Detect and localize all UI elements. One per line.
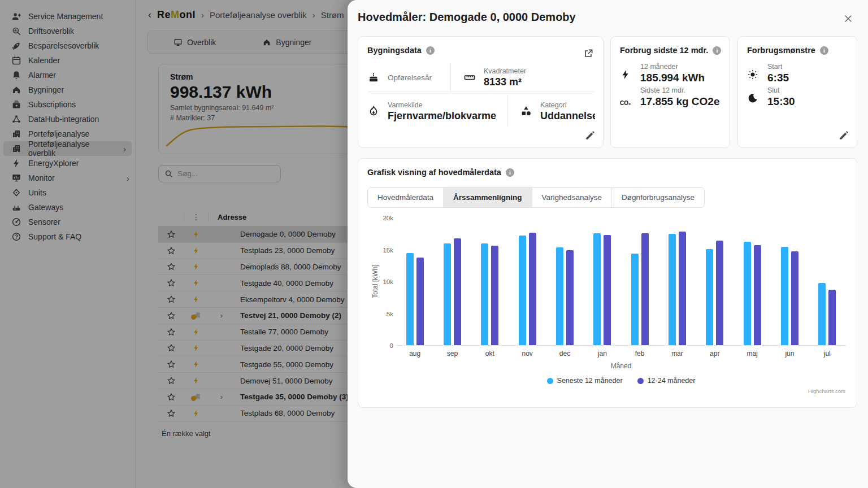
field-label: Opførelsesår (388, 73, 432, 82)
edit-pencil-icon[interactable] (585, 130, 595, 141)
y-tick-20k: 20k (383, 215, 393, 221)
card-title: Forbrugsmønstre i (747, 46, 828, 55)
heat-flame-icon (367, 105, 380, 117)
highcharts-credit[interactable]: Highcharts.com (808, 388, 845, 394)
bar-group-okt (471, 218, 509, 345)
field-value: 8133 m² (484, 76, 526, 88)
open-in-new-icon[interactable] (583, 48, 594, 59)
y-tick-0: 0 (390, 342, 393, 349)
legend-dot-icon (637, 378, 644, 384)
x-tick-nov: nov (509, 350, 546, 358)
bar-mar-series0[interactable] (669, 234, 676, 345)
forbrug-card: Forbrug sidste 12 mdr. i 12 måneder 185.… (610, 36, 730, 148)
category-icon (520, 105, 532, 117)
tab-arssammenligning[interactable]: Årssammenligning (443, 188, 532, 207)
field-value: 185.994 kWh (640, 72, 705, 84)
x-axis-title: Måned (396, 362, 846, 370)
bar-jan-series1[interactable] (604, 235, 611, 345)
x-tick-jan: jan (584, 350, 621, 358)
chart-tabs: Hovedmålerdata Årssammenligning Varighed… (367, 187, 705, 208)
bar-group-jun (771, 218, 808, 345)
bar-mar-series1[interactable] (679, 232, 686, 345)
bar-aug-series1[interactable] (416, 258, 424, 345)
bygningsdata-card: Bygningsdata i Opførelsesår Kvadratmeter… (358, 36, 604, 148)
bar-nov-series0[interactable] (519, 236, 526, 345)
legend-label: 12-24 måneder (648, 377, 696, 385)
x-tick-aug: aug (396, 350, 433, 358)
bar-jul-series0[interactable] (818, 283, 826, 345)
bar-group-jan (584, 218, 621, 345)
bar-jan-series0[interactable] (593, 233, 601, 345)
bar-feb-series0[interactable] (631, 254, 639, 345)
info-icon[interactable]: i (713, 46, 721, 55)
bar-group-mar (658, 218, 696, 345)
app-root: Service Management Driftsoverblik Bespar… (0, 0, 868, 488)
info-icon[interactable]: i (820, 46, 828, 55)
field-kategori: Kategori Uddannelsesinstitution (507, 95, 603, 127)
info-icon[interactable]: i (506, 168, 514, 177)
bar-group-aug (396, 218, 433, 345)
bar-jun-series0[interactable] (781, 247, 788, 345)
x-tick-mar: mar (658, 350, 696, 358)
y-tick-10k: 10k (383, 278, 393, 285)
field-label: Varmekilde (388, 101, 496, 109)
bar-apr-series0[interactable] (706, 249, 713, 345)
sun-icon (747, 69, 760, 82)
tab-hovedmalerdata[interactable]: Hovedmålerdata (368, 188, 443, 207)
bar-okt-series1[interactable] (491, 246, 498, 345)
field-label: Sidste 12 mdr. (640, 86, 719, 94)
field-value: 17.855 kg CO2e (640, 95, 719, 108)
bar-dec-series0[interactable] (556, 247, 563, 345)
bar-okt-series0[interactable] (481, 243, 488, 345)
bar-group-nov (509, 218, 546, 345)
x-tick-jun: jun (771, 350, 808, 358)
bar-apr-series1[interactable] (716, 241, 723, 345)
card-title: Bygningsdata i (367, 46, 435, 55)
cake-icon (367, 71, 380, 84)
bar-feb-series1[interactable] (641, 233, 649, 345)
card-title: Forbrug sidste 12 mdr. i (620, 46, 721, 55)
ruler-icon (463, 71, 476, 84)
chart-card: Grafisk visning af hovedmålerdata i Hove… (358, 158, 857, 408)
x-tick-apr: apr (696, 350, 734, 358)
field-co2: CO₂ Sidste 12 mdr. 17.855 kg CO2e (620, 86, 719, 108)
legend-item[interactable]: Seneste 12 måneder (547, 377, 623, 385)
chart-section-title: Grafisk visning af hovedmålerdata i (367, 168, 514, 177)
co2-icon: CO₂ (620, 100, 632, 106)
moon-icon (747, 93, 760, 106)
bar-jul-series1[interactable] (828, 290, 836, 345)
field-start: Start 6:35 (747, 63, 789, 84)
bar-maj-series0[interactable] (744, 242, 751, 345)
info-icon[interactable]: i (426, 46, 435, 55)
bar-sep-series0[interactable] (444, 243, 451, 345)
y-axis-ticks: 05k10k15k20k (370, 218, 393, 346)
tab-dognforbrugsanalyse[interactable]: Døgnforbrugsanalyse (611, 188, 704, 207)
bar-group-sep (433, 218, 471, 345)
tab-varighedsanalyse[interactable]: Varighedsanalyse (532, 188, 611, 207)
field-varmekilde: Varmekilde Fjernvarme/blokvarme (367, 95, 507, 127)
bolt-icon (620, 69, 632, 82)
hovedmaler-modal: Hovedmåler: Demogade 0, 0000 Demoby Bygn… (348, 0, 868, 488)
bar-dec-series1[interactable] (566, 250, 574, 345)
bar-jun-series1[interactable] (791, 251, 798, 345)
x-tick-sep: sep (433, 350, 471, 358)
bar-aug-series0[interactable] (406, 253, 414, 345)
field-slut: Slut 15:30 (747, 86, 795, 108)
x-axis-ticks: augsepoktnovdecjanfebmaraprmajjunjul (396, 350, 846, 358)
x-tick-jul: jul (809, 350, 846, 358)
bar-maj-series1[interactable] (754, 245, 761, 345)
modal-title: Hovedmåler: Demogade 0, 0000 Demoby (358, 11, 576, 24)
bar-group-jul (809, 218, 846, 345)
bar-nov-series1[interactable] (529, 233, 536, 345)
field-label: Start (767, 63, 789, 71)
y-tick-15k: 15k (383, 247, 393, 254)
bar-group-dec (546, 218, 583, 345)
field-label: Slut (767, 86, 795, 94)
bar-sep-series1[interactable] (454, 238, 461, 345)
close-icon[interactable] (843, 14, 854, 25)
field-value: Uddannelsesinstitution (540, 110, 595, 122)
legend-item[interactable]: 12-24 måneder (637, 377, 696, 385)
edit-pencil-icon[interactable] (839, 130, 849, 141)
field-12-maaneder: 12 måneder 185.994 kWh (620, 63, 705, 84)
forbrugsmonstre-card: Forbrugsmønstre i Start 6:35 Slut 15:30 (737, 36, 857, 148)
